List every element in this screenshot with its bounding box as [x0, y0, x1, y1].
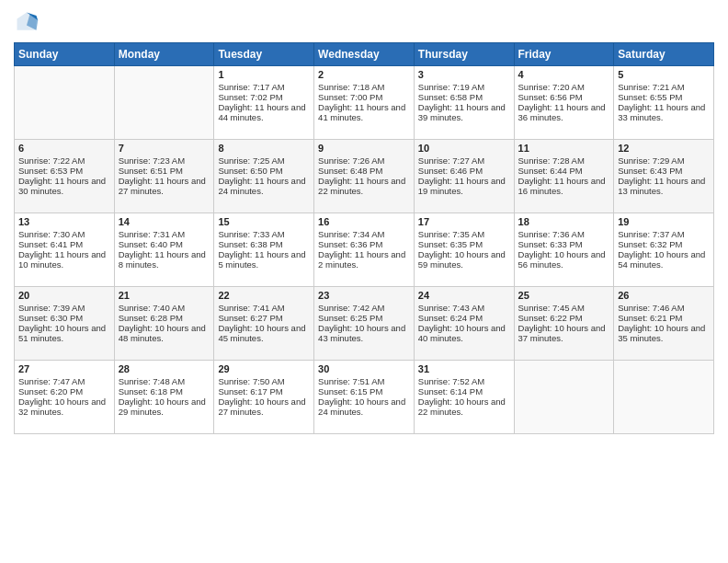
daylight-text: Daylight: 10 hours and 51 minutes.	[18, 323, 110, 343]
sunrise-text: Sunrise: 7:39 AM	[18, 303, 110, 313]
daylight-text: Daylight: 10 hours and 48 minutes.	[119, 323, 210, 343]
daylight-text: Daylight: 11 hours and 16 minutes.	[518, 176, 610, 196]
sunrise-text: Sunrise: 7:51 AM	[318, 376, 410, 386]
day-number: 16	[318, 216, 410, 227]
daylight-text: Daylight: 11 hours and 5 minutes.	[218, 249, 310, 270]
sunrise-text: Sunrise: 7:46 AM	[618, 303, 710, 313]
week-row-2: 6Sunrise: 7:22 AMSunset: 6:53 PMDaylight…	[15, 140, 714, 213]
sunset-text: Sunset: 6:20 PM	[18, 386, 110, 396]
sunset-text: Sunset: 6:38 PM	[218, 239, 310, 249]
sunrise-text: Sunrise: 7:28 AM	[518, 155, 610, 166]
sunset-text: Sunset: 6:32 PM	[618, 239, 710, 249]
sunrise-text: Sunrise: 7:29 AM	[618, 155, 710, 166]
day-number: 18	[518, 216, 610, 227]
sunrise-text: Sunrise: 7:41 AM	[218, 303, 310, 313]
sunset-text: Sunset: 6:22 PM	[518, 313, 610, 323]
daylight-text: Daylight: 11 hours and 41 minutes.	[318, 102, 410, 122]
daylight-text: Daylight: 11 hours and 27 minutes.	[119, 176, 210, 196]
header-cell-tuesday: Tuesday	[214, 43, 314, 66]
calendar-cell: 18Sunrise: 7:36 AMSunset: 6:33 PMDayligh…	[514, 213, 614, 287]
calendar-cell: 23Sunrise: 7:42 AMSunset: 6:25 PMDayligh…	[314, 287, 415, 361]
calendar-cell: 11Sunrise: 7:28 AMSunset: 6:44 PMDayligh…	[514, 140, 614, 213]
day-number: 11	[518, 143, 610, 154]
calendar-cell: 13Sunrise: 7:30 AMSunset: 6:41 PMDayligh…	[15, 213, 115, 287]
day-number: 9	[318, 143, 410, 154]
week-row-3: 13Sunrise: 7:30 AMSunset: 6:41 PMDayligh…	[15, 213, 714, 287]
day-number: 1	[218, 69, 310, 80]
sunset-text: Sunset: 6:15 PM	[318, 386, 410, 396]
daylight-text: Daylight: 10 hours and 43 minutes.	[318, 323, 410, 343]
sunset-text: Sunset: 6:21 PM	[618, 313, 710, 323]
day-number: 23	[318, 290, 410, 301]
calendar-cell	[514, 361, 614, 434]
sunrise-text: Sunrise: 7:50 AM	[218, 376, 310, 386]
calendar-cell: 20Sunrise: 7:39 AMSunset: 6:30 PMDayligh…	[15, 287, 115, 361]
sunset-text: Sunset: 6:25 PM	[318, 313, 410, 323]
daylight-text: Daylight: 11 hours and 8 minutes.	[119, 249, 210, 270]
sunset-text: Sunset: 6:27 PM	[218, 313, 310, 323]
daylight-text: Daylight: 11 hours and 19 minutes.	[418, 176, 510, 196]
sunrise-text: Sunrise: 7:34 AM	[318, 229, 410, 239]
calendar-cell: 17Sunrise: 7:35 AMSunset: 6:35 PMDayligh…	[414, 213, 514, 287]
header-row: SundayMondayTuesdayWednesdayThursdayFrid…	[15, 43, 714, 66]
daylight-text: Daylight: 11 hours and 44 minutes.	[218, 102, 310, 122]
page: SundayMondayTuesdayWednesdayThursdayFrid…	[0, 0, 728, 563]
calendar-header: SundayMondayTuesdayWednesdayThursdayFrid…	[15, 43, 714, 66]
header-cell-saturday: Saturday	[614, 43, 714, 66]
calendar-cell: 3Sunrise: 7:19 AMSunset: 6:58 PMDaylight…	[414, 66, 514, 140]
sunrise-text: Sunrise: 7:18 AM	[318, 82, 410, 92]
sunset-text: Sunset: 6:40 PM	[119, 239, 210, 249]
sunrise-text: Sunrise: 7:30 AM	[18, 229, 110, 239]
calendar-cell: 1Sunrise: 7:17 AMSunset: 7:02 PMDaylight…	[214, 66, 314, 140]
sunrise-text: Sunrise: 7:40 AM	[119, 303, 210, 313]
header-cell-sunday: Sunday	[15, 43, 115, 66]
logo-icon	[14, 9, 40, 35]
calendar-cell: 30Sunrise: 7:51 AMSunset: 6:15 PMDayligh…	[314, 361, 415, 434]
sunrise-text: Sunrise: 7:35 AM	[418, 229, 510, 239]
calendar-cell: 2Sunrise: 7:18 AMSunset: 7:00 PMDaylight…	[314, 66, 415, 140]
daylight-text: Daylight: 10 hours and 22 minutes.	[418, 396, 510, 417]
day-number: 3	[418, 69, 510, 80]
sunrise-text: Sunrise: 7:52 AM	[418, 376, 510, 386]
daylight-text: Daylight: 10 hours and 24 minutes.	[318, 396, 410, 417]
sunrise-text: Sunrise: 7:19 AM	[418, 82, 510, 92]
calendar-cell: 27Sunrise: 7:47 AMSunset: 6:20 PMDayligh…	[15, 361, 115, 434]
calendar-cell: 15Sunrise: 7:33 AMSunset: 6:38 PMDayligh…	[214, 213, 314, 287]
day-number: 24	[418, 290, 510, 301]
daylight-text: Daylight: 10 hours and 32 minutes.	[18, 396, 110, 417]
day-number: 17	[418, 216, 510, 227]
day-number: 25	[518, 290, 610, 301]
day-number: 6	[18, 143, 110, 154]
day-number: 5	[618, 69, 710, 80]
day-number: 22	[218, 290, 310, 301]
sunset-text: Sunset: 6:30 PM	[18, 313, 110, 323]
sunset-text: Sunset: 6:44 PM	[518, 166, 610, 176]
day-number: 7	[119, 143, 210, 154]
daylight-text: Daylight: 11 hours and 33 minutes.	[618, 102, 710, 122]
daylight-text: Daylight: 10 hours and 56 minutes.	[518, 249, 610, 270]
calendar-cell: 25Sunrise: 7:45 AMSunset: 6:22 PMDayligh…	[514, 287, 614, 361]
week-row-4: 20Sunrise: 7:39 AMSunset: 6:30 PMDayligh…	[15, 287, 714, 361]
calendar-cell: 21Sunrise: 7:40 AMSunset: 6:28 PMDayligh…	[114, 287, 214, 361]
week-row-1: 1Sunrise: 7:17 AMSunset: 7:02 PMDaylight…	[15, 66, 714, 140]
sunrise-text: Sunrise: 7:42 AM	[318, 303, 410, 313]
sunset-text: Sunset: 6:36 PM	[318, 239, 410, 249]
sunrise-text: Sunrise: 7:36 AM	[518, 229, 610, 239]
calendar-cell: 7Sunrise: 7:23 AMSunset: 6:51 PMDaylight…	[114, 140, 214, 213]
sunset-text: Sunset: 6:28 PM	[119, 313, 210, 323]
calendar-cell: 6Sunrise: 7:22 AMSunset: 6:53 PMDaylight…	[15, 140, 115, 213]
calendar-cell: 5Sunrise: 7:21 AMSunset: 6:55 PMDaylight…	[614, 66, 714, 140]
calendar-cell	[614, 361, 714, 434]
calendar-cell: 26Sunrise: 7:46 AMSunset: 6:21 PMDayligh…	[614, 287, 714, 361]
daylight-text: Daylight: 10 hours and 54 minutes.	[618, 249, 710, 270]
calendar-cell: 4Sunrise: 7:20 AMSunset: 6:56 PMDaylight…	[514, 66, 614, 140]
calendar-cell: 24Sunrise: 7:43 AMSunset: 6:24 PMDayligh…	[414, 287, 514, 361]
sunrise-text: Sunrise: 7:33 AM	[218, 229, 310, 239]
day-number: 31	[418, 363, 510, 374]
sunset-text: Sunset: 7:00 PM	[318, 92, 410, 102]
day-number: 28	[119, 363, 210, 374]
calendar-cell	[15, 66, 115, 140]
sunrise-text: Sunrise: 7:21 AM	[618, 82, 710, 92]
sunrise-text: Sunrise: 7:23 AM	[119, 155, 210, 166]
day-number: 13	[18, 216, 110, 227]
